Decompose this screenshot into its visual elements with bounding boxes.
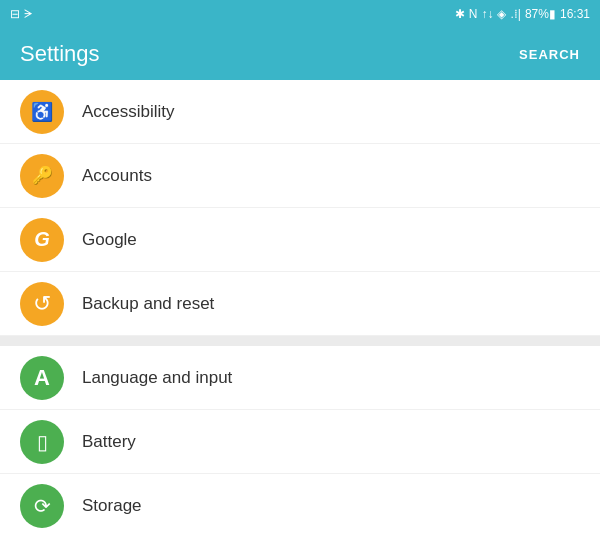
page-title: Settings [20,41,100,67]
settings-item-battery[interactable]: Battery [0,410,600,474]
section-divider [0,336,600,346]
settings-item-language[interactable]: Language and input [0,346,600,410]
clock: 16:31 [560,7,590,21]
status-bar-right-icons: ✱ N ↑↓ ◈ .⁞| 87%▮ 16:31 [455,7,590,21]
sim-icon: ⊟ [10,7,20,21]
language-label: Language and input [82,368,580,388]
status-bar-left-icons: ⊟ ᗒ [10,7,33,21]
storage-icon [20,484,64,528]
accessibility-icon [20,90,64,134]
cast-icon: ᗒ [24,7,33,21]
section-system: Language and input Battery Storage Date … [0,346,600,533]
section-personal: Accessibility Accounts Google Backup and… [0,80,600,336]
status-bar: ⊟ ᗒ ✱ N ↑↓ ◈ .⁞| 87%▮ 16:31 [0,0,600,28]
accessibility-label: Accessibility [82,102,580,122]
search-button[interactable]: SEARCH [519,47,580,62]
battery-label: Battery [82,432,580,452]
settings-list: Accessibility Accounts Google Backup and… [0,80,600,533]
battery-icon [20,420,64,464]
battery-icon: 87%▮ [525,7,556,21]
settings-item-accessibility[interactable]: Accessibility [0,80,600,144]
google-icon [20,218,64,262]
backup-label: Backup and reset [82,294,580,314]
language-icon [20,356,64,400]
accounts-label: Accounts [82,166,580,186]
bluetooth-icon: ✱ [455,7,465,21]
settings-item-accounts[interactable]: Accounts [0,144,600,208]
signal-bars-icon: .⁞| [510,7,520,21]
settings-item-google[interactable]: Google [0,208,600,272]
top-bar: Settings SEARCH [0,28,600,80]
accounts-icon [20,154,64,198]
settings-item-backup[interactable]: Backup and reset [0,272,600,336]
nfc-icon: N [469,7,478,21]
google-label: Google [82,230,580,250]
settings-item-storage[interactable]: Storage [0,474,600,533]
storage-label: Storage [82,496,580,516]
backup-icon [20,282,64,326]
wifi-icon: ◈ [497,7,506,21]
signal-icon: ↑↓ [481,7,493,21]
